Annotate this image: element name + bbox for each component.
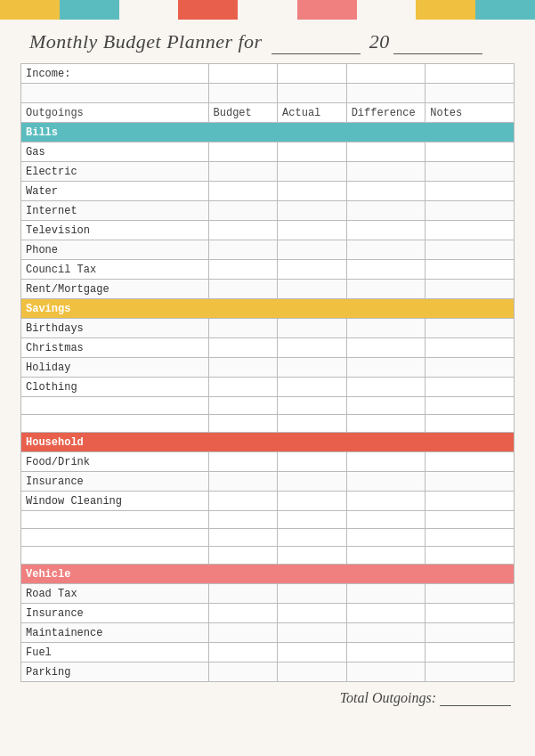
bar-coral-1 <box>178 0 238 20</box>
actual-maintainence[interactable] <box>278 623 347 643</box>
notes-insurance-vehicle[interactable] <box>426 604 515 623</box>
notes-road-tax[interactable] <box>426 584 515 604</box>
notes-council-tax[interactable] <box>426 260 515 280</box>
title-year-field[interactable] <box>393 30 482 54</box>
diff-internet[interactable] <box>346 201 426 221</box>
budget-electric[interactable] <box>208 162 278 182</box>
total-value-field[interactable] <box>440 689 511 706</box>
page-wrapper: Monthly Budget Planner for 20 Income: <box>0 0 535 756</box>
diff-birthdays[interactable] <box>346 319 426 338</box>
budget-insurance-vehicle[interactable] <box>208 604 278 623</box>
row-insurance-household: Insurance <box>21 472 515 492</box>
actual-clothing[interactable] <box>278 378 347 397</box>
label-road-tax: Road Tax <box>21 584 209 604</box>
actual-window-cleaning[interactable] <box>278 492 347 511</box>
budget-internet[interactable] <box>208 201 278 221</box>
diff-insurance-vehicle[interactable] <box>346 604 426 623</box>
diff-gas[interactable] <box>346 142 426 162</box>
actual-insurance-vehicle[interactable] <box>278 604 347 623</box>
actual-electric[interactable] <box>278 162 347 182</box>
notes-food-drink[interactable] <box>426 452 515 472</box>
notes-birthdays[interactable] <box>426 319 515 338</box>
diff-television[interactable] <box>346 221 426 240</box>
notes-electric[interactable] <box>426 162 515 182</box>
budget-parking[interactable] <box>208 663 278 682</box>
notes-gas[interactable] <box>426 142 515 162</box>
diff-electric[interactable] <box>346 162 426 182</box>
notes-maintainence[interactable] <box>426 623 515 643</box>
diff-food-drink[interactable] <box>346 452 426 472</box>
income-notes[interactable] <box>426 64 515 84</box>
actual-council-tax[interactable] <box>278 260 347 280</box>
notes-water[interactable] <box>426 182 515 201</box>
actual-water[interactable] <box>278 182 347 201</box>
budget-birthdays[interactable] <box>208 319 278 338</box>
notes-insurance-household[interactable] <box>426 472 515 492</box>
income-budget[interactable] <box>208 64 278 84</box>
actual-christmas[interactable] <box>278 338 347 358</box>
actual-food-drink[interactable] <box>278 452 347 472</box>
budget-window-cleaning[interactable] <box>208 492 278 511</box>
actual-television[interactable] <box>278 221 347 240</box>
budget-holiday[interactable] <box>208 358 278 378</box>
diff-water[interactable] <box>346 182 426 201</box>
diff-clothing[interactable] <box>346 378 426 397</box>
diff-window-cleaning[interactable] <box>346 492 426 511</box>
notes-window-cleaning[interactable] <box>426 492 515 511</box>
actual-holiday[interactable] <box>278 358 347 378</box>
budget-clothing[interactable] <box>208 378 278 397</box>
income-diff[interactable] <box>346 64 426 84</box>
bar-teal-1 <box>60 0 119 20</box>
diff-council-tax[interactable] <box>346 260 426 280</box>
row-food-drink: Food/Drink <box>21 452 515 472</box>
notes-television[interactable] <box>426 221 515 240</box>
budget-phone[interactable] <box>208 240 278 260</box>
diff-holiday[interactable] <box>346 358 426 378</box>
col-notes-header: Notes <box>426 103 515 123</box>
diff-fuel[interactable] <box>346 643 426 663</box>
row-christmas: Christmas <box>21 338 515 358</box>
notes-clothing[interactable] <box>426 378 515 397</box>
row-electric: Electric <box>21 162 515 182</box>
budget-insurance-household[interactable] <box>208 472 278 492</box>
budget-council-tax[interactable] <box>208 260 278 280</box>
notes-internet[interactable] <box>426 201 515 221</box>
notes-christmas[interactable] <box>426 338 515 358</box>
title-name-field[interactable] <box>272 30 361 54</box>
actual-fuel[interactable] <box>278 643 347 663</box>
bar-bg-2 <box>238 0 297 20</box>
budget-rent-mortgage[interactable] <box>208 280 278 299</box>
diff-rent-mortgage[interactable] <box>346 280 426 299</box>
notes-holiday[interactable] <box>426 358 515 378</box>
actual-birthdays[interactable] <box>278 319 347 338</box>
budget-water[interactable] <box>208 182 278 201</box>
bar-yellow-1 <box>0 0 60 20</box>
actual-parking[interactable] <box>278 663 347 682</box>
category-bills-label: Bills <box>21 123 515 142</box>
diff-maintainence[interactable] <box>346 623 426 643</box>
diff-parking[interactable] <box>346 663 426 682</box>
budget-maintainence[interactable] <box>208 623 278 643</box>
actual-internet[interactable] <box>278 201 347 221</box>
actual-insurance-household[interactable] <box>278 472 347 492</box>
budget-christmas[interactable] <box>208 338 278 358</box>
income-actual[interactable] <box>278 64 347 84</box>
budget-food-drink[interactable] <box>208 452 278 472</box>
actual-phone[interactable] <box>278 240 347 260</box>
diff-christmas[interactable] <box>346 338 426 358</box>
budget-television[interactable] <box>208 221 278 240</box>
label-parking: Parking <box>21 663 209 682</box>
budget-gas[interactable] <box>208 142 278 162</box>
diff-phone[interactable] <box>346 240 426 260</box>
budget-road-tax[interactable] <box>208 584 278 604</box>
notes-parking[interactable] <box>426 663 515 682</box>
actual-rent-mortgage[interactable] <box>278 280 347 299</box>
budget-fuel[interactable] <box>208 643 278 663</box>
notes-rent-mortgage[interactable] <box>426 280 515 299</box>
actual-gas[interactable] <box>278 142 347 162</box>
diff-road-tax[interactable] <box>346 584 426 604</box>
notes-fuel[interactable] <box>426 643 515 663</box>
notes-phone[interactable] <box>426 240 515 260</box>
actual-road-tax[interactable] <box>278 584 347 604</box>
diff-insurance-household[interactable] <box>346 472 426 492</box>
